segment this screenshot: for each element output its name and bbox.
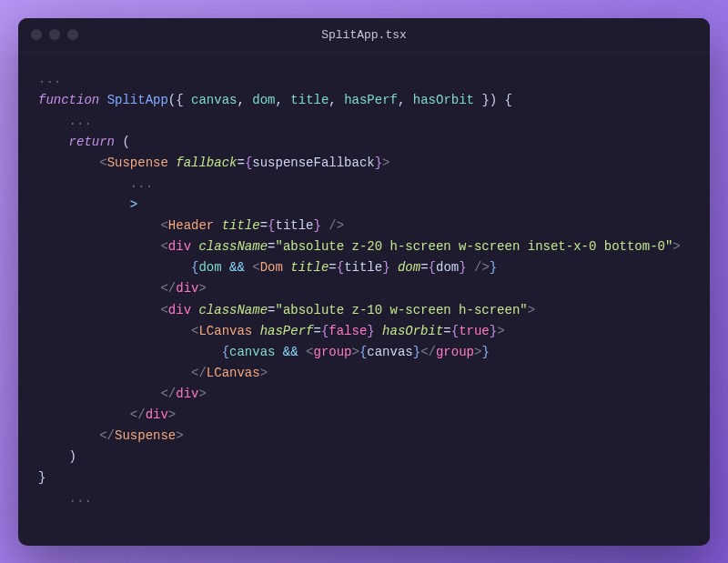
angle-close: > xyxy=(497,324,504,338)
canvas-val: canvas xyxy=(367,345,412,359)
fallback-attr: fallback xyxy=(176,156,237,170)
div-tag: div xyxy=(168,303,191,317)
brace-r: } xyxy=(490,324,497,338)
angle-close: > xyxy=(260,366,268,380)
class-string-1: "absolute z-20 h-screen w-screen inset-x… xyxy=(275,239,672,254)
self-close: /> xyxy=(467,260,490,275)
close-angle: </ xyxy=(160,281,176,296)
function-keyword: function xyxy=(38,93,99,107)
close-paren: ) xyxy=(69,449,76,464)
comma: , xyxy=(276,93,291,107)
angle-open: < xyxy=(252,260,259,275)
param-dom: dom xyxy=(252,93,275,107)
destructure-open: ({ xyxy=(168,93,191,107)
angle-close: > xyxy=(176,428,183,443)
angle-open: < xyxy=(160,303,167,317)
false-literal: false xyxy=(329,324,367,338)
angle-open: < xyxy=(160,239,167,254)
eq: = xyxy=(420,260,428,275)
brace-l: { xyxy=(429,260,436,275)
ellipsis: ... xyxy=(69,491,92,506)
angle-close: > xyxy=(382,156,389,170)
comma: , xyxy=(329,93,344,107)
suspense-close-tag: Suspense xyxy=(115,428,176,443)
brace-r: } xyxy=(314,218,321,233)
angle-close: > xyxy=(672,239,680,254)
dom-var: dom xyxy=(198,260,221,275)
window-titlebar: SplitApp.tsx xyxy=(18,18,710,53)
expr-brace-r: } xyxy=(481,345,489,359)
param-canvas: canvas xyxy=(191,93,237,107)
div-tag: div xyxy=(168,239,191,254)
eq: = xyxy=(313,324,320,338)
traffic-lights xyxy=(31,29,78,40)
angle-open: < xyxy=(99,156,106,170)
eq: = xyxy=(260,218,268,233)
function-name: SplitApp xyxy=(107,93,168,107)
comma: , xyxy=(237,93,252,107)
title-val: title xyxy=(344,260,382,275)
lone-gt: > xyxy=(130,197,137,212)
return-keyword: return xyxy=(69,135,115,149)
title-attr: title xyxy=(222,218,260,233)
param-hasOrbit: hasOrbit xyxy=(413,93,474,107)
close-button[interactable] xyxy=(31,29,42,40)
minimize-button[interactable] xyxy=(49,29,60,40)
ellipsis: ... xyxy=(130,176,153,191)
brace-l: { xyxy=(337,260,344,275)
angle-close: > xyxy=(198,387,206,401)
brace-r: } xyxy=(413,345,420,359)
div-close-tag: div xyxy=(176,387,198,401)
window-title: SplitApp.tsx xyxy=(31,28,697,42)
hasOrbit-attr: hasOrbit xyxy=(382,324,443,338)
angle-close: > xyxy=(352,345,359,359)
maximize-button[interactable] xyxy=(67,29,78,40)
className-attr: className xyxy=(198,303,268,317)
eq: = xyxy=(443,324,450,338)
true-literal: true xyxy=(459,324,490,338)
brace-r: } xyxy=(459,260,466,275)
code-editor[interactable]: ...function SplitApp({ canvas, dom, titl… xyxy=(18,53,710,546)
dom-tag: Dom xyxy=(260,260,283,275)
className-attr: className xyxy=(198,239,268,254)
brace-r: } xyxy=(382,260,389,275)
suspense-tag: Suspense xyxy=(107,156,168,170)
group-tag: group xyxy=(313,345,351,359)
hasPerf-attr: hasPerf xyxy=(260,324,314,338)
div-close-tag: div xyxy=(176,281,198,296)
angle-close: > xyxy=(168,407,176,422)
self-close: /> xyxy=(321,218,344,233)
title-val: title xyxy=(275,218,313,233)
close-angle: </ xyxy=(160,387,176,401)
brace-r: } xyxy=(367,324,374,338)
destructure-close: }) { xyxy=(474,93,512,107)
header-tag: Header xyxy=(168,218,214,233)
editor-window: SplitApp.tsx ...function SplitApp({ canv… xyxy=(18,18,710,546)
ellipsis: ... xyxy=(69,114,92,128)
close-angle: </ xyxy=(99,428,115,443)
canvas-var: canvas xyxy=(229,345,275,359)
and-op: && xyxy=(275,345,306,359)
eq: = xyxy=(329,260,336,275)
title-attr: title xyxy=(290,260,329,275)
group-close-tag: group xyxy=(436,345,474,359)
class-string-2: "absolute z-10 w-screen h-screen" xyxy=(275,303,527,317)
div-close-tag: div xyxy=(146,407,168,422)
dom-val: dom xyxy=(436,260,459,275)
comma: , xyxy=(398,93,413,107)
param-hasPerf: hasPerf xyxy=(344,93,398,107)
close-angle: </ xyxy=(130,407,146,422)
and-op: && xyxy=(222,260,253,275)
angle-close: > xyxy=(198,281,206,296)
expr-brace-l: { xyxy=(222,345,229,359)
angle-open: < xyxy=(160,218,167,233)
ellipsis: ... xyxy=(38,72,61,86)
dom-attr: dom xyxy=(398,260,420,275)
lcanvas-tag: LCanvas xyxy=(198,324,252,338)
return-paren: ( xyxy=(115,135,130,149)
suspense-fallback-val: suspenseFallback xyxy=(252,156,374,170)
close-angle: </ xyxy=(420,345,436,359)
close-angle: </ xyxy=(191,366,207,380)
brace-l: { xyxy=(451,324,459,338)
close-brace: } xyxy=(38,470,46,485)
